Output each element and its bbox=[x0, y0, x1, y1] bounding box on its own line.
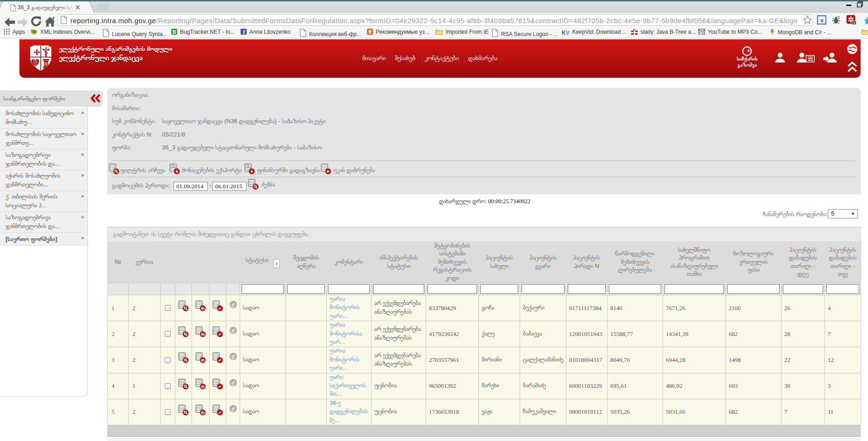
svg-text:SNIP: SNIP bbox=[699, 29, 704, 31]
svg-text:B: B bbox=[173, 30, 176, 35]
svg-text:π: π bbox=[820, 17, 823, 24]
svg-text:1: 1 bbox=[853, 21, 856, 25]
svg-text:MP3: MP3 bbox=[700, 32, 704, 35]
svg-text:f: f bbox=[243, 29, 245, 35]
